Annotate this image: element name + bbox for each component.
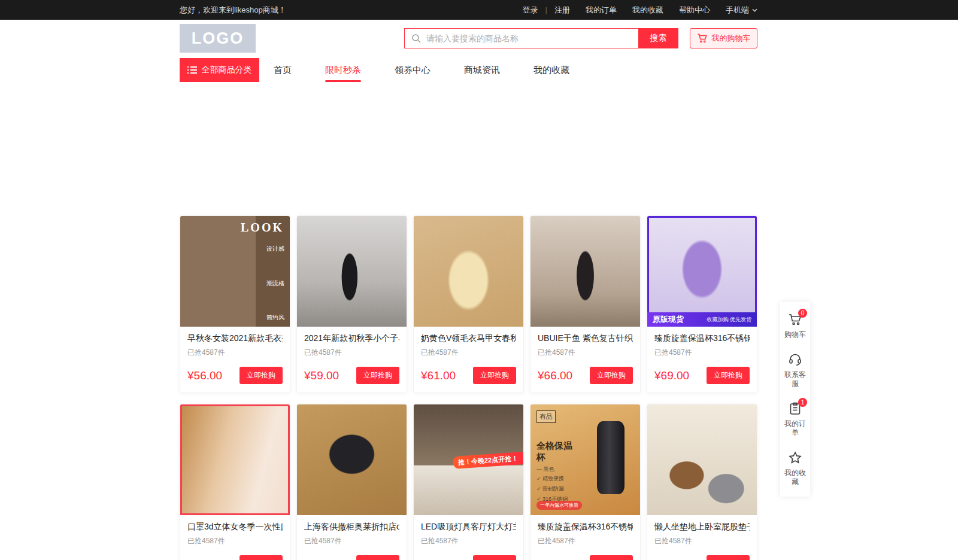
nav-coupon-center[interactable]: 领券中心 xyxy=(395,65,431,76)
product-sold-count: 已抢4587件 xyxy=(538,536,633,546)
help-center-link[interactable]: 帮助中心 xyxy=(679,5,710,16)
orders-count-badge: 1 xyxy=(798,398,807,407)
buy-now-button[interactable]: 立即抢购 xyxy=(356,555,399,560)
product-title[interactable]: 2021年新款初秋季小个子马甲... xyxy=(304,333,399,344)
product-price: ¥10.00 xyxy=(187,558,222,560)
product-image: LOOK 设计感潮流格简约风 xyxy=(180,216,290,327)
sidebar-cart[interactable]: 0 购物车 xyxy=(780,306,810,346)
product-card[interactable]: 2021年新款初秋季小个子马甲... 已抢4587件 ¥59.00 立即抢购 xyxy=(296,215,407,393)
buy-now-button[interactable]: 立即抢购 xyxy=(590,367,633,384)
headset-icon xyxy=(788,352,802,367)
product-title[interactable]: 臻质旋盖保温杯316不锈钢内胆... xyxy=(538,522,633,532)
buy-now-button[interactable]: 立即抢购 xyxy=(590,555,633,560)
product-info: 2021年新款初秋季小个子马甲... 已抢4587件 ¥59.00 立即抢购 xyxy=(297,327,407,392)
main-nav: 全部商品分类 首页 限时秒杀 领券中心 商城资讯 我的收藏 xyxy=(180,58,757,82)
product-info: 懒人坐垫地上卧室屁股垫子办... 已抢4587件 ¥19.90 立即抢购 xyxy=(647,515,757,560)
sidebar-customer-service[interactable]: 联系客服 xyxy=(780,346,810,395)
product-card[interactable]: UBUIE干鱼 紫色复古针织衫马... 已抢4587件 ¥66.00 立即抢购 xyxy=(530,215,641,393)
product-title[interactable]: 臻质旋盖保温杯316不锈钢内胆... xyxy=(654,333,750,344)
product-sold-count: 已抢4587件 xyxy=(421,536,516,546)
product-info: 口罩3d立体女冬季一次性口罩 已抢4587件 ¥10.00 立即抢购 xyxy=(180,515,290,560)
product-info: 奶黄色V领毛衣马甲女春秋慵懒... 已抢4587件 ¥61.00 立即抢购 xyxy=(414,327,523,392)
search-button[interactable]: 搜索 xyxy=(638,28,678,48)
floating-sidebar: 0 购物车 联系客服 1 我的订单 我的收藏 xyxy=(780,302,810,497)
product-price: ¥66.00 xyxy=(538,369,572,382)
product-card[interactable]: 有品 全格保温杯 黑色 精致便携密封防漏316不锈钢 一年内漏水可换新 臻质旋盖… xyxy=(530,404,641,560)
sidebar-my-favorites[interactable]: 我的收藏 xyxy=(780,444,810,493)
login-link[interactable]: 登录 xyxy=(523,5,538,16)
product-sold-count: 已抢4587件 xyxy=(304,348,399,358)
product-grid: LOOK 设计感潮流格简约风 早秋冬女装2021新款毛衣盐系... 已抢4587… xyxy=(180,215,757,560)
product-image xyxy=(647,404,757,515)
buy-now-button[interactable]: 立即抢购 xyxy=(707,367,750,384)
nav-my-favorites[interactable]: 我的收藏 xyxy=(533,65,569,76)
image-warranty-badge: 一年内漏水可换新 xyxy=(536,501,582,510)
greeting-text: 您好，欢迎来到likeshop商城！ xyxy=(180,5,286,16)
buy-now-button[interactable]: 立即抢购 xyxy=(240,555,283,560)
product-title[interactable]: LED吸顶灯具客厅灯大灯主卧... xyxy=(421,522,516,532)
product-card[interactable]: 奶黄色V领毛衣马甲女春秋慵懒... 已抢4587件 ¥61.00 立即抢购 xyxy=(413,215,524,393)
logo[interactable]: LOGO xyxy=(180,24,256,53)
search-input[interactable] xyxy=(426,29,638,47)
product-title[interactable]: 上海客供撤柜奥莱折扣店outlets xyxy=(304,522,399,532)
product-card[interactable]: LOOK 设计感潮流格简约风 早秋冬女装2021新款毛衣盐系... 已抢4587… xyxy=(180,215,290,393)
product-price: ¥61.00 xyxy=(421,369,456,382)
my-orders-link[interactable]: 我的订单 xyxy=(586,5,617,16)
product-card[interactable]: 口罩3d立体女冬季一次性口罩 已抢4587件 ¥10.00 立即抢购 xyxy=(180,404,290,560)
my-favorites-link[interactable]: 我的收藏 xyxy=(632,5,663,16)
nav-home[interactable]: 首页 xyxy=(274,65,292,76)
star-icon xyxy=(788,451,802,465)
buy-now-button[interactable]: 立即抢购 xyxy=(473,555,516,560)
nav-flash-sale[interactable]: 限时秒杀 xyxy=(325,65,361,76)
product-sold-count: 已抢4587件 xyxy=(538,348,633,358)
product-image xyxy=(180,404,290,515)
nav-mall-news[interactable]: 商城资讯 xyxy=(464,65,500,76)
mobile-version-link[interactable]: 手机端 xyxy=(726,5,757,16)
image-feature-list: 精致便携密封防漏316不锈钢 xyxy=(536,475,568,503)
image-brand-badge: 有品 xyxy=(536,410,556,423)
buy-now-button[interactable]: 立即抢购 xyxy=(707,555,750,560)
product-info: 早秋冬女装2021新款毛衣盐系... 已抢4587件 ¥56.00 立即抢购 xyxy=(180,327,290,392)
buy-now-button[interactable]: 立即抢购 xyxy=(473,367,516,384)
topbar-links: 登录 | 注册 我的订单 我的收藏 帮助中心 手机端 xyxy=(523,5,757,16)
product-image xyxy=(297,216,407,327)
sidebar-my-orders[interactable]: 1 我的订单 xyxy=(780,395,810,444)
product-price: ¥56.00 xyxy=(187,369,222,382)
product-price: ¥29.90 xyxy=(538,558,572,560)
image-overlay-text: LOOK xyxy=(241,221,284,235)
topbar: 您好，欢迎来到likeshop商城！ 登录 | 注册 我的订单 我的收藏 帮助中… xyxy=(0,0,958,20)
product-price: ¥19.90 xyxy=(654,558,689,560)
product-title[interactable]: UBUIE干鱼 紫色复古针织衫马... xyxy=(538,333,633,344)
product-sold-count: 已抢4587件 xyxy=(187,536,283,546)
image-sale-ribbon: 抢！今晚22点开抢！ xyxy=(452,452,523,469)
all-categories-button[interactable]: 全部商品分类 xyxy=(180,58,259,82)
cart-count-badge: 0 xyxy=(798,309,807,318)
product-card[interactable]: 上海客供撤柜奥莱折扣店outlets 已抢4587件 ¥46.00 立即抢购 xyxy=(296,404,407,560)
product-card[interactable]: 原版现货 收藏加购 优先发货 臻质旋盖保温杯316不锈钢内胆... 已抢4587… xyxy=(647,215,757,393)
image-product-name: 全格保温杯 xyxy=(536,440,575,463)
my-cart-button[interactable]: 我的购物车 xyxy=(690,28,757,48)
product-info: 臻质旋盖保温杯316不锈钢内胆... 已抢4587件 ¥69.00 立即抢购 xyxy=(647,327,757,392)
register-link[interactable]: 注册 xyxy=(554,5,570,16)
buy-now-button[interactable]: 立即抢购 xyxy=(356,367,399,384)
product-image xyxy=(297,404,407,515)
product-image: 原版现货 收藏加购 优先发货 xyxy=(647,216,757,327)
buy-now-button[interactable]: 立即抢购 xyxy=(240,367,283,384)
product-info: UBUIE干鱼 紫色复古针织衫马... 已抢4587件 ¥66.00 立即抢购 xyxy=(530,327,640,392)
product-image: 抢！今晚22点开抢！ xyxy=(414,404,523,515)
product-card[interactable]: 懒人坐垫地上卧室屁股垫子办... 已抢4587件 ¥19.90 立即抢购 xyxy=(647,404,757,560)
product-price: ¥46.00 xyxy=(304,558,339,560)
product-title[interactable]: 奶黄色V领毛衣马甲女春秋慵懒... xyxy=(421,333,516,344)
product-price: ¥65.00 xyxy=(421,558,456,560)
product-sold-count: 已抢4587件 xyxy=(654,348,750,358)
product-image xyxy=(530,216,640,327)
header: LOGO 搜索 我的购物车 全部商品分类 xyxy=(0,20,958,82)
image-bottom-banner: 原版现货 收藏加购 优先发货 xyxy=(647,312,757,327)
product-title[interactable]: 口罩3d立体女冬季一次性口罩 xyxy=(187,522,283,532)
product-image: 有品 全格保温杯 黑色 精致便携密封防漏316不锈钢 一年内漏水可换新 xyxy=(530,404,640,515)
product-title[interactable]: 懒人坐垫地上卧室屁股垫子办... xyxy=(654,522,750,532)
product-price: ¥59.00 xyxy=(304,369,339,382)
image-overlay-tags: 设计感潮流格简约风 xyxy=(266,245,284,322)
product-title[interactable]: 早秋冬女装2021新款毛衣盐系... xyxy=(187,333,283,344)
product-card[interactable]: 抢！今晚22点开抢！ LED吸顶灯具客厅灯大灯主卧... 已抢4587件 ¥65… xyxy=(413,404,524,560)
